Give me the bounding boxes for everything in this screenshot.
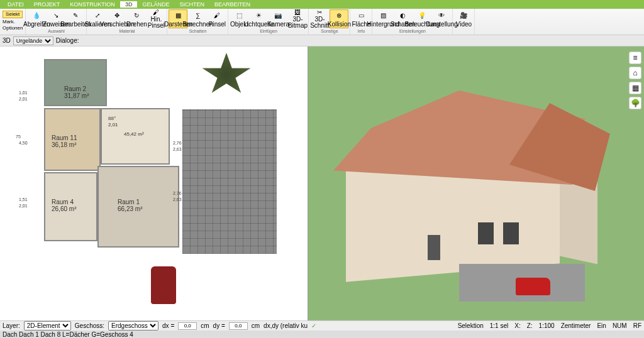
dx-unit: cm bbox=[201, 322, 209, 329]
check-icon[interactable]: ✓ bbox=[311, 322, 316, 329]
room-11[interactable]: Raum 1136,18 m² bbox=[44, 108, 101, 171]
bitmap-icon: 🖼 bbox=[292, 9, 303, 16]
options-button[interactable]: Optionen bbox=[3, 25, 23, 31]
section-icon: ✂ bbox=[314, 9, 325, 16]
rf-label: RF bbox=[633, 322, 641, 329]
dy-input[interactable] bbox=[229, 322, 248, 330]
tree-icon bbox=[201, 53, 252, 97]
3dbitmap-button[interactable]: 🖼3D-Bitmap bbox=[288, 9, 307, 28]
ribbon-group-select: Selekt Mark. Optionen bbox=[0, 9, 26, 35]
num-label: NUM bbox=[613, 322, 627, 329]
render-icon: 👁 bbox=[436, 11, 447, 21]
room-2[interactable]: Raum 231,87 m² bbox=[44, 59, 107, 106]
2d-view[interactable]: Raum 231,87 m² Raum 1136,18 m² 45,42 m² … bbox=[0, 46, 308, 320]
video-button[interactable]: 🎥Video bbox=[454, 9, 473, 28]
collision-icon: ⊗ bbox=[334, 11, 344, 21]
select-button[interactable]: Selekt bbox=[3, 11, 23, 18]
light-icon: ☀ bbox=[253, 11, 264, 21]
unit-label: Zentimeter bbox=[561, 322, 591, 329]
kamera-button[interactable]: 📷Kamera bbox=[269, 9, 287, 28]
drehen-button[interactable]: ↻Drehen bbox=[127, 9, 146, 28]
mode-label: 3D bbox=[3, 37, 11, 44]
camera-icon: 📷 bbox=[273, 11, 283, 21]
menu-konstruktion[interactable]: KONSTRUKTION bbox=[65, 1, 120, 8]
menu-bearbeiten[interactable]: BEARBEITEN bbox=[209, 1, 255, 8]
lighting-icon: 💡 bbox=[417, 11, 427, 21]
bottom-info-text: Dach Dach 1 Dach 8 L=Dächer G=Geschoss 4 bbox=[3, 331, 133, 338]
bearbeiten-button[interactable]: ✎Bearbeiten bbox=[66, 9, 85, 28]
room-label: Raum 426,60 m² bbox=[52, 199, 76, 212]
menu-datei[interactable]: DATEI bbox=[3, 1, 29, 8]
darstellung-button[interactable]: 👁Darstellung bbox=[432, 9, 451, 28]
tree-icon[interactable]: 🌳 bbox=[629, 97, 641, 109]
berechnen-button[interactable]: ∑Berechnen bbox=[188, 9, 207, 28]
brush-icon: 🖌 bbox=[151, 9, 161, 16]
ribbon-group-material: ⤢Skalieren ✥Verschieben ↻Drehen 🖌Hin. Pi… bbox=[87, 9, 167, 35]
ribbon-group-video: 🎥Video bbox=[453, 9, 475, 35]
dim: 2,01 bbox=[19, 97, 28, 101]
calc-icon: ∑ bbox=[192, 11, 203, 21]
video-icon: 🎥 bbox=[458, 11, 469, 21]
brush2-icon: 🖌 bbox=[212, 11, 222, 21]
layer-select-status[interactable]: 2D-Element bbox=[24, 321, 71, 330]
edit-icon: ✎ bbox=[70, 11, 80, 21]
house-icon[interactable]: ⌂ bbox=[629, 67, 641, 79]
selektion-label: Selektion bbox=[458, 322, 484, 329]
room-1[interactable]: Raum 166,23 m² bbox=[97, 166, 179, 248]
verschieben-button[interactable]: ✥Verschieben bbox=[108, 9, 126, 28]
group-label: Auswahl bbox=[48, 29, 64, 33]
group-label: Material bbox=[119, 29, 135, 33]
dy-label: dy = bbox=[213, 322, 225, 329]
layers-icon[interactable]: ≡ bbox=[629, 52, 641, 64]
ribbon-group-einstellungen: ▨Hintergrund ◐Schatten 💡Beleuchtung 👁Dar… bbox=[372, 9, 453, 35]
room-4[interactable]: Raum 426,60 m² bbox=[44, 172, 97, 241]
grid-icon[interactable]: ▦ bbox=[629, 82, 641, 94]
dim-angle: 88° bbox=[108, 116, 116, 121]
group-label: Einstellungen bbox=[399, 29, 426, 33]
dim: 2,01 bbox=[19, 204, 28, 208]
car-2d[interactable] bbox=[151, 266, 176, 304]
patio[interactable] bbox=[182, 109, 277, 254]
group-label: Einfügen bbox=[260, 29, 277, 33]
dx-label: dx = bbox=[162, 322, 174, 329]
move-icon: ✥ bbox=[112, 11, 122, 21]
ribbon-group-auswahl: 💧Abgreifen ↘Zuweisen ✎Bearbeiten Auswahl bbox=[26, 9, 87, 35]
hinpinsel-button[interactable]: 🖌Hin. Pinsel bbox=[147, 9, 165, 28]
group-label: Schatten bbox=[189, 29, 207, 33]
bg-icon: ▨ bbox=[378, 11, 388, 21]
menu-sichten[interactable]: SICHTEN bbox=[174, 1, 209, 8]
sel-count: 1:1 sel bbox=[490, 322, 508, 329]
room-upper[interactable]: 45,42 m² 88° 2,01 bbox=[101, 108, 170, 165]
room-label: Raum 231,87 m² bbox=[64, 85, 89, 99]
secondary-bar: 3D Urgelände Dialoge: bbox=[0, 35, 644, 46]
dim: 2,76 bbox=[173, 141, 182, 145]
3d-view[interactable]: ≡ ⌂ ▦ 🌳 bbox=[308, 46, 644, 320]
dim: 2,63 bbox=[173, 197, 182, 202]
shadow-icon: ◐ bbox=[397, 11, 408, 21]
rotate-icon: ↻ bbox=[131, 11, 142, 21]
dialoge-label: Dialoge: bbox=[56, 37, 79, 44]
menu-gelaende[interactable]: GELÄNDE bbox=[137, 1, 174, 8]
statusbar: Layer: 2D-Element Geschoss: Erdgeschoss … bbox=[0, 320, 644, 330]
dim-val: 2,01 bbox=[108, 122, 118, 128]
dxdy-label: dx,dy (relativ ku bbox=[264, 322, 308, 329]
pinsel-button[interactable]: 🖌Pinsel bbox=[208, 9, 226, 28]
layer-select[interactable]: Urgelände bbox=[13, 36, 53, 45]
lichtquelle-button[interactable]: ☀Lichtquelle bbox=[249, 9, 268, 28]
car-3d[interactable] bbox=[516, 278, 550, 295]
geschoss-select[interactable]: Erdgeschoss bbox=[108, 321, 158, 330]
menu-3d[interactable]: 3D bbox=[120, 1, 138, 8]
z-label: Z: bbox=[527, 322, 533, 329]
ribbon-group-einfuegen: ⬚Objekt ☀Lichtquelle 📷Kamera 🖼3D-Bitmap … bbox=[228, 9, 309, 35]
3dschnitt-button[interactable]: ✂3D-Schnitt bbox=[310, 9, 329, 28]
object-icon: ⬚ bbox=[234, 11, 244, 21]
scale-label: 1:100 bbox=[539, 322, 555, 329]
room-label: 45,42 m² bbox=[124, 131, 144, 137]
side-toolbar: ≡ ⌂ ▦ 🌳 bbox=[629, 52, 641, 109]
dim: 75 bbox=[16, 134, 21, 139]
menu-projekt[interactable]: PROJEKT bbox=[29, 1, 65, 8]
mark-button[interactable]: Mark. bbox=[3, 19, 23, 25]
scale-icon: ⤢ bbox=[92, 11, 103, 21]
dx-input[interactable] bbox=[178, 322, 197, 330]
kollision-button[interactable]: ⊗Kollision bbox=[330, 9, 348, 28]
